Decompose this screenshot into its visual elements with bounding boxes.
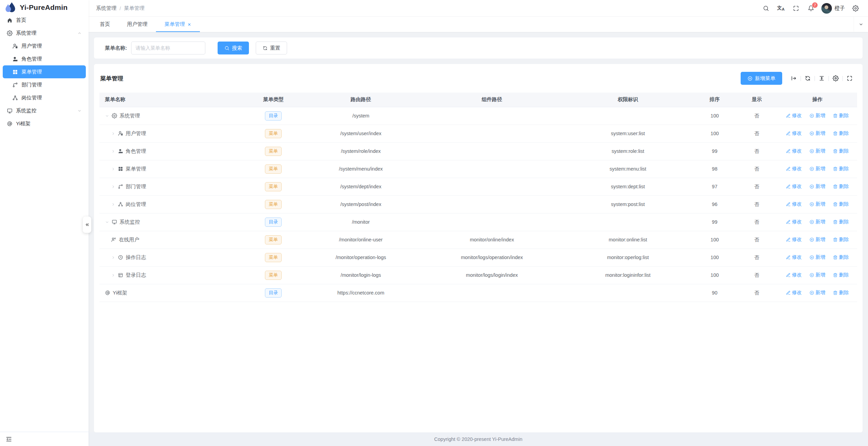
chevron-right-icon[interactable] xyxy=(111,167,115,171)
chevron-down-icon[interactable] xyxy=(105,114,109,118)
delete-link[interactable]: 删除 xyxy=(833,219,849,225)
menu-name-cell: 操作日志 xyxy=(99,254,247,261)
search-button[interactable] xyxy=(759,1,772,15)
menu-name-input[interactable] xyxy=(131,42,205,54)
sidebar-item-dept[interactable]: 部门管理 xyxy=(3,78,86,91)
user-menu[interactable]: 橙子 xyxy=(819,3,847,14)
search-button[interactable]: 搜索 xyxy=(218,42,249,54)
edit-link[interactable]: 修改 xyxy=(786,201,802,207)
edit-link[interactable]: 修改 xyxy=(786,272,802,278)
tabs-dropdown-button[interactable] xyxy=(854,17,868,32)
trash-icon xyxy=(833,166,838,171)
sidebar-item-system[interactable]: 系统管理 xyxy=(3,27,86,39)
edit-link[interactable]: 修改 xyxy=(786,183,802,190)
add-link[interactable]: 新增 xyxy=(809,289,825,296)
search-icon xyxy=(763,5,769,12)
delete-link[interactable]: 删除 xyxy=(833,201,849,207)
add-link-label: 新增 xyxy=(816,236,825,243)
tab-home[interactable]: 首页 xyxy=(91,17,119,32)
tab-menu[interactable]: 菜单管理 xyxy=(156,17,200,32)
chevron-right-icon[interactable] xyxy=(111,185,115,189)
edit-link[interactable]: 修改 xyxy=(786,289,802,296)
chevron-right-icon[interactable] xyxy=(111,255,115,260)
chevron-down-icon[interactable] xyxy=(105,220,109,224)
add-link[interactable]: 新增 xyxy=(809,201,825,207)
tab-bar: 首页 用户管理 菜单管理 xyxy=(89,16,868,32)
sidebar-item-post[interactable]: 岗位管理 xyxy=(3,91,86,104)
breadcrumb-item[interactable]: 系统管理 xyxy=(96,5,116,12)
edit-link[interactable]: 修改 xyxy=(786,254,802,260)
column-setting-button[interactable] xyxy=(829,71,842,85)
tab-label: 菜单管理 xyxy=(164,21,185,28)
delete-link[interactable]: 删除 xyxy=(833,272,849,278)
delete-link[interactable]: 删除 xyxy=(833,165,849,172)
route-path: /system/dept/index xyxy=(300,178,422,195)
component-path: monitor/logs/operation/index xyxy=(422,249,563,266)
edit-icon xyxy=(786,202,791,207)
add-link[interactable]: 新增 xyxy=(809,272,825,278)
edit-link[interactable]: 修改 xyxy=(786,112,802,119)
visible-value: 否 xyxy=(736,160,777,178)
component-path xyxy=(422,213,563,231)
notification-button[interactable]: 7 xyxy=(804,1,817,15)
menu-type-tag: 菜单 xyxy=(265,129,282,138)
plus-circle-icon xyxy=(747,76,753,81)
chevron-right-icon[interactable] xyxy=(111,202,115,207)
column-header: 路由路径 xyxy=(300,93,422,107)
delete-link-label: 删除 xyxy=(839,236,849,243)
sidebar-item-label: 首页 xyxy=(16,17,26,23)
density-button[interactable] xyxy=(815,71,828,85)
sidebar-item-monitor[interactable]: 系统监控 xyxy=(3,104,86,117)
menu-fold-icon[interactable] xyxy=(5,436,12,443)
sidebar-item-yi-frame[interactable]: Yi框架 xyxy=(3,117,86,130)
chevron-right-icon[interactable] xyxy=(111,131,115,136)
sidebar-item-home[interactable]: 首页 xyxy=(3,14,86,27)
delete-link[interactable]: 删除 xyxy=(833,148,849,154)
sort-value: 97 xyxy=(693,178,736,195)
delete-link[interactable]: 删除 xyxy=(833,254,849,260)
settings-gear-icon[interactable] xyxy=(849,1,862,15)
delete-link[interactable]: 删除 xyxy=(833,236,849,243)
edit-link[interactable]: 修改 xyxy=(786,165,802,172)
edit-link[interactable]: 修改 xyxy=(786,148,802,154)
tab-user[interactable]: 用户管理 xyxy=(119,17,156,32)
menu-name: 用户管理 xyxy=(126,130,146,137)
add-link[interactable]: 新增 xyxy=(809,112,825,119)
sort-value: 98 xyxy=(693,160,736,178)
close-icon[interactable] xyxy=(187,22,191,27)
sidebar-item-user[interactable]: 用户管理 xyxy=(3,39,86,52)
delete-link[interactable]: 删除 xyxy=(833,183,849,190)
chevron-up-icon xyxy=(77,31,82,35)
translate-button[interactable]: 文A xyxy=(774,1,787,15)
sidebar-item-menu[interactable]: 菜单管理 xyxy=(3,65,86,78)
add-link[interactable]: 新增 xyxy=(809,130,825,137)
logo[interactable]: Yi-PureAdmin xyxy=(0,0,89,14)
chevron-right-icon[interactable] xyxy=(111,273,115,277)
fullscreen-button[interactable] xyxy=(789,1,802,15)
add-link[interactable]: 新增 xyxy=(809,236,825,243)
chevron-right-icon[interactable] xyxy=(111,149,115,154)
add-link[interactable]: 新增 xyxy=(809,165,825,172)
edit-icon xyxy=(786,113,791,118)
sidebar-item-role[interactable]: 角色管理 xyxy=(3,52,86,65)
delete-link[interactable]: 删除 xyxy=(833,130,849,137)
delete-link[interactable]: 删除 xyxy=(833,289,849,296)
edit-link[interactable]: 修改 xyxy=(786,130,802,137)
add-menu-button[interactable]: 新增菜单 xyxy=(741,72,782,85)
add-link[interactable]: 新增 xyxy=(809,219,825,225)
edit-icon xyxy=(786,220,791,224)
add-link[interactable]: 新增 xyxy=(809,183,825,190)
edit-link[interactable]: 修改 xyxy=(786,219,802,225)
reset-button[interactable]: 重置 xyxy=(256,42,287,54)
add-link[interactable]: 新增 xyxy=(809,148,825,154)
trash-icon xyxy=(833,184,838,189)
expand-all-button[interactable] xyxy=(787,71,801,85)
edit-link[interactable]: 修改 xyxy=(786,236,802,243)
refresh-button[interactable] xyxy=(801,71,815,85)
route-path: /monitor/online-user xyxy=(300,231,422,249)
delete-link[interactable]: 删除 xyxy=(833,112,849,119)
sort-value: 99 xyxy=(693,142,736,160)
add-link[interactable]: 新增 xyxy=(809,254,825,260)
fullscreen-button[interactable] xyxy=(843,71,856,85)
sidebar-collapse-handle[interactable] xyxy=(83,217,91,233)
